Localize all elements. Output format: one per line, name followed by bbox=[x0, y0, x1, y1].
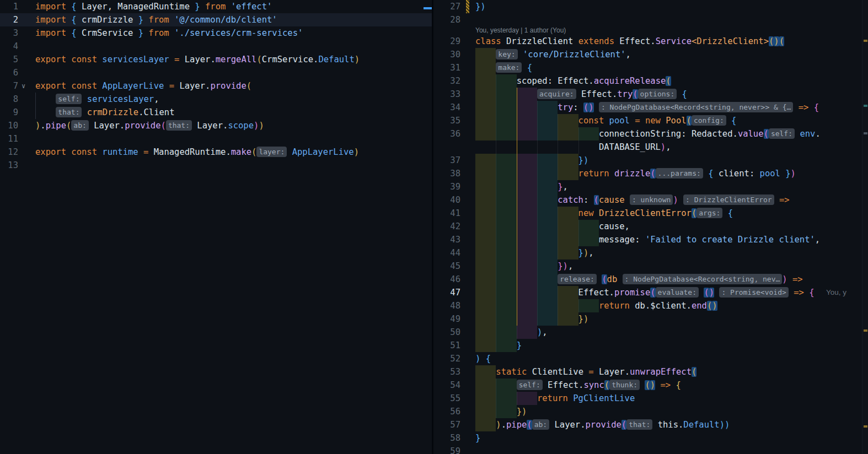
gutter[interactable]: 9 bbox=[0, 106, 35, 119]
line-number[interactable]: 44 bbox=[433, 246, 460, 260]
line-number[interactable]: 4 bbox=[0, 40, 18, 53]
code-line[interactable]: 33acquire: Effect.try(options: { bbox=[433, 88, 868, 101]
gutter[interactable]: 10 bbox=[0, 119, 35, 132]
code-line[interactable]: 52) { bbox=[433, 352, 868, 365]
line-number[interactable]: 57 bbox=[433, 418, 460, 431]
code-line[interactable]: 47Effect.promise(evaluate: () : Promise<… bbox=[433, 286, 868, 299]
line-number[interactable]: 58 bbox=[433, 431, 460, 445]
code-line[interactable]: 46release: (db : NodePgDatabase<Record<s… bbox=[433, 273, 868, 286]
gutter[interactable]: 45 bbox=[433, 260, 475, 273]
gutter[interactable]: 49 bbox=[433, 312, 475, 326]
line-number[interactable]: 54 bbox=[433, 379, 460, 392]
code-line[interactable]: 30key: 'core/DrizzleClient', bbox=[433, 48, 868, 61]
line-number[interactable]: 59 bbox=[433, 445, 460, 454]
gutter[interactable]: 58 bbox=[433, 431, 475, 445]
code-line[interactable]: 37}) bbox=[433, 154, 868, 167]
code-line[interactable]: 5export const servicesLayer = Layer.merg… bbox=[0, 53, 432, 66]
gutter[interactable]: 1 bbox=[0, 0, 35, 13]
code-line[interactable]: 41new DrizzleClientError(args: { bbox=[433, 207, 868, 220]
line-number[interactable]: 53 bbox=[433, 365, 460, 379]
code-line[interactable]: 54self: Effect.sync(thunk: () => { bbox=[433, 379, 868, 392]
line-number[interactable]: 56 bbox=[433, 405, 460, 418]
gutter[interactable]: 11 bbox=[0, 132, 35, 145]
gutter[interactable]: 42 bbox=[433, 220, 475, 233]
line-number[interactable]: 32 bbox=[433, 74, 460, 88]
line-number[interactable]: 38 bbox=[433, 167, 460, 180]
line-number[interactable]: 13 bbox=[0, 159, 18, 172]
code-line[interactable]: 44}), bbox=[433, 246, 868, 260]
gutter[interactable]: 51 bbox=[433, 339, 475, 352]
code-line[interactable]: 12export const runtime = ManagedRuntime.… bbox=[0, 145, 432, 159]
line-number[interactable]: 55 bbox=[433, 392, 460, 405]
gutter[interactable]: 54 bbox=[433, 379, 475, 392]
fold-chevron-icon[interactable]: ∨ bbox=[22, 79, 25, 93]
line-number[interactable]: 47 bbox=[433, 286, 460, 299]
line-number[interactable]: 40 bbox=[433, 193, 460, 207]
line-number[interactable]: 52 bbox=[433, 352, 460, 365]
code-line[interactable]: 11 bbox=[0, 132, 432, 145]
code-line[interactable]: 34try: () : NodePgDatabase<Record<string… bbox=[433, 101, 868, 114]
code-line[interactable]: 43message: 'Failed to create Drizzle cli… bbox=[433, 233, 868, 246]
gutter[interactable]: 46 bbox=[433, 273, 475, 286]
code-line[interactable]: 40catch: (cause : unknown) : DrizzleClie… bbox=[433, 193, 868, 207]
line-number[interactable]: 35 bbox=[433, 114, 460, 127]
gutter[interactable]: 59 bbox=[433, 445, 475, 454]
code-line[interactable]: 31make: { bbox=[433, 61, 868, 74]
line-number[interactable]: 3 bbox=[0, 26, 18, 40]
gutter[interactable]: 50 bbox=[433, 326, 475, 339]
code-line[interactable]: 4 bbox=[0, 40, 432, 53]
code-line[interactable]: 8 self: servicesLayer, bbox=[0, 93, 432, 106]
code-line[interactable]: 49}) bbox=[433, 312, 868, 326]
code-line[interactable]: 59 bbox=[433, 445, 868, 454]
gutter[interactable]: 44 bbox=[433, 246, 475, 260]
gutter[interactable]: 7∨ bbox=[0, 79, 35, 93]
code-line[interactable]: 48return db.$client.end() bbox=[433, 299, 868, 312]
code-line[interactable]: 55return PgClientLive bbox=[433, 392, 868, 405]
code-line[interactable]: 1import { Layer, ManagedRuntime } from '… bbox=[0, 0, 432, 13]
gutter[interactable]: 27 bbox=[433, 0, 475, 13]
code-line[interactable]: 58} bbox=[433, 431, 868, 445]
line-number[interactable]: 11 bbox=[0, 132, 18, 145]
gutter[interactable]: 40 bbox=[433, 193, 475, 207]
line-number[interactable]: 2 bbox=[0, 13, 18, 26]
line-number[interactable]: 48 bbox=[433, 299, 460, 312]
gutter[interactable]: 56 bbox=[433, 405, 475, 418]
editor-pane-left[interactable]: 1import { Layer, ManagedRuntime } from '… bbox=[0, 0, 433, 454]
code-line[interactable]: 38return drizzle(...params: { client: po… bbox=[433, 167, 868, 180]
gutter[interactable]: 57 bbox=[433, 418, 475, 431]
line-number[interactable]: 7 bbox=[0, 79, 18, 93]
gutter[interactable]: 37 bbox=[433, 154, 475, 167]
gutter[interactable]: 53 bbox=[433, 365, 475, 379]
gutter[interactable]: 13 bbox=[0, 159, 35, 172]
gutter[interactable]: 34 bbox=[433, 101, 475, 114]
gutter[interactable]: 6 bbox=[0, 66, 35, 79]
gutter[interactable]: 35 bbox=[433, 114, 475, 127]
gutter[interactable]: 31 bbox=[433, 61, 475, 74]
gutter[interactable]: 3 bbox=[0, 26, 35, 40]
code-line[interactable]: 6 bbox=[0, 66, 432, 79]
code-line[interactable]: 7∨export const AppLayerLive = Layer.prov… bbox=[0, 79, 432, 93]
code-line[interactable]: 56}) bbox=[433, 405, 868, 418]
gutter[interactable]: 36 bbox=[433, 127, 475, 140]
gutter[interactable]: 55 bbox=[433, 392, 475, 405]
line-number[interactable]: 9 bbox=[0, 106, 18, 119]
gutter[interactable]: 52 bbox=[433, 352, 475, 365]
code-line[interactable]: 2import { crmDrizzle } from '@/common/db… bbox=[0, 13, 432, 26]
code-line[interactable]: 39}, bbox=[433, 180, 868, 193]
line-number[interactable]: 12 bbox=[0, 145, 18, 159]
overview-ruler[interactable] bbox=[862, 0, 868, 454]
gutter[interactable]: 30 bbox=[433, 48, 475, 61]
line-number[interactable]: 5 bbox=[0, 53, 18, 66]
line-number[interactable]: 49 bbox=[433, 312, 460, 326]
line-number[interactable]: 30 bbox=[433, 48, 460, 61]
code-line[interactable]: 57).pipe(ab: Layer.provide(that: this.De… bbox=[433, 418, 868, 431]
gutter[interactable]: 48 bbox=[433, 299, 475, 312]
code-line[interactable]: 3import { CrmService } from './services/… bbox=[0, 26, 432, 40]
gutter[interactable]: 28 bbox=[433, 13, 475, 26]
code-line[interactable]: 42cause, bbox=[433, 220, 868, 233]
gutter[interactable]: 2 bbox=[0, 13, 35, 26]
line-number[interactable]: 33 bbox=[433, 88, 460, 101]
gutter[interactable]: 41 bbox=[433, 207, 475, 220]
code-line[interactable]: 28 bbox=[433, 13, 868, 26]
line-number[interactable]: 37 bbox=[433, 154, 460, 167]
